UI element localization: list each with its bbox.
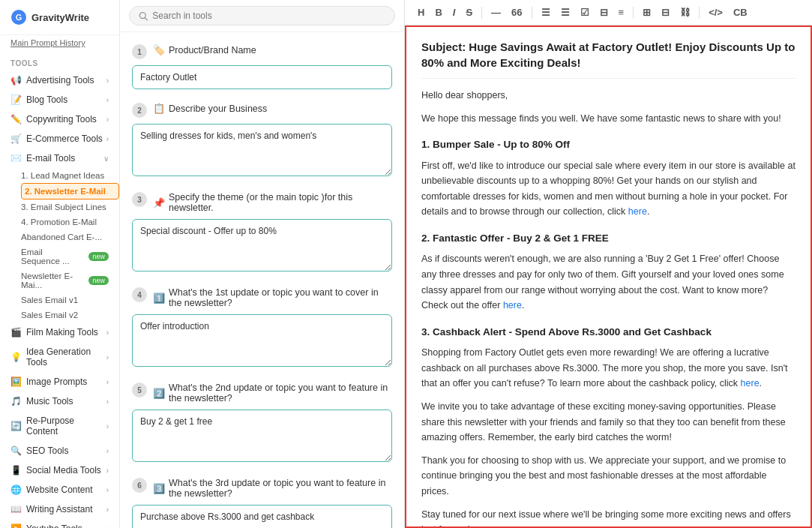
sidebar-item-writing[interactable]: 📖 Writing Assistant ›: [0, 500, 119, 519]
newsletter-mai-label: Newsletter E-Mai...: [21, 272, 82, 290]
chevron-icon: ›: [106, 447, 109, 455]
section1-link[interactable]: here: [628, 206, 647, 217]
cb-button[interactable]: CB: [730, 4, 751, 20]
newsletter-theme-input[interactable]: [132, 219, 392, 272]
writing-icon: 📖: [10, 504, 22, 514]
sidebar-item-repurpose[interactable]: 🔄 Re-Purpose Content ›: [0, 411, 119, 441]
email-body: Subject: Huge Savings Await at Factory O…: [421, 39, 796, 528]
describe-business-input[interactable]: [132, 124, 392, 176]
first-update-input[interactable]: [132, 314, 392, 367]
step6-label: What's the 3rd update or topic you want …: [169, 478, 392, 499]
blog-icon: 📝: [10, 94, 22, 105]
website-icon: 🌐: [10, 484, 22, 495]
svg-line-3: [145, 17, 147, 20]
sidebar-item-blog[interactable]: 📝 Blog Tools ›: [0, 90, 119, 110]
section3-link[interactable]: here: [741, 378, 760, 388]
sidebar-item-website[interactable]: 🌐 Website Content ›: [0, 480, 119, 500]
sidebar-item-image-prompts[interactable]: 🖼️ Image Prompts ›: [0, 372, 119, 392]
email-sequence-label: Email Sequence ...: [21, 248, 82, 266]
chevron-icon: ›: [106, 525, 109, 529]
sidebar-item-advertising[interactable]: 📢 Advertising Tools ›: [0, 70, 119, 90]
output-panel: H B I S — 66 ☰ ☰ ☑ ⊟ ≡ ⊞ ⊟ ⛓ </> CB Subj…: [405, 0, 812, 528]
form-toolbar: [120, 0, 404, 32]
sidebar-item-email-subject[interactable]: 3. Email Subject Lines: [21, 200, 119, 214]
step5-icon: 2️⃣: [153, 388, 165, 399]
email-submenu: 1. Lead Magnet Ideas 2. Newsletter E-Mai…: [0, 168, 119, 322]
sidebar-item-newsletter[interactable]: 2. Newsletter E-Mail: [21, 183, 119, 200]
tools-section-label: TOOLS: [0, 53, 119, 70]
sidebar: G GravityWrite Main Prompt History TOOLS…: [0, 0, 120, 528]
checklist-button[interactable]: ☑: [577, 4, 593, 20]
bold-button[interactable]: B: [431, 4, 445, 20]
chevron-icon: ›: [106, 353, 109, 362]
chevron-down-icon: ›: [106, 96, 109, 104]
lead-magnet-label: 1. Lead Magnet Ideas: [21, 171, 104, 180]
idea-label: Idea Generation Tools: [26, 346, 106, 368]
sidebar-item-newsletter-mai[interactable]: Newsletter E-Mai... new: [21, 268, 119, 292]
sidebar-item-social-media[interactable]: 📱 Social Media Tools ›: [0, 460, 119, 480]
link-button[interactable]: ⛓: [676, 4, 694, 20]
seo-icon: 🔍: [10, 446, 22, 456]
sidebar-item-sales-email[interactable]: Sales Email v1: [21, 292, 119, 308]
divider-button[interactable]: —: [487, 4, 505, 20]
output-content: Subject: Huge Savings Await at Factory O…: [405, 26, 812, 528]
search-input[interactable]: [152, 10, 385, 21]
separator: [633, 7, 634, 19]
ordered-list-button[interactable]: ☰: [557, 4, 574, 20]
chevron-icon: ›: [106, 486, 109, 494]
output-toolbar: H B I S — 66 ☰ ☰ ☑ ⊟ ≡ ⊞ ⊟ ⛓ </> CB: [405, 0, 812, 26]
separator: [699, 7, 700, 19]
section2-link[interactable]: here: [503, 300, 522, 310]
sidebar-item-idea-gen[interactable]: 💡 Idea Generation Tools ›: [0, 342, 119, 372]
strikethrough-button[interactable]: S: [462, 4, 476, 20]
sidebar-item-sales-email-v2[interactable]: Sales Email v2: [21, 308, 119, 322]
heading-button[interactable]: H: [414, 4, 428, 20]
step3-label: Specify the theme (or the main topic )fo…: [169, 192, 392, 213]
product-brand-name-input[interactable]: [132, 65, 392, 89]
email-subject: Subject: Huge Savings Await at Factory O…: [421, 39, 796, 79]
form-step-6: 6 3️⃣ What's the 3rd update or topic you…: [132, 478, 392, 528]
email-greeting: Hello dear shoppers,: [421, 88, 796, 104]
step5-label: What's the 2nd update or topic you want …: [169, 382, 392, 404]
sidebar-item-abandoned-cart[interactable]: Abandoned Cart E-...: [21, 230, 119, 244]
sidebar-item-promotion[interactable]: 4. Promotion E-Mail: [21, 214, 119, 230]
code-button[interactable]: </>: [705, 4, 727, 20]
sidebar-item-copywriting[interactable]: ✏️ Copywriting Tools ›: [0, 110, 119, 129]
idea-icon: 💡: [10, 352, 22, 362]
second-update-input[interactable]: [132, 410, 392, 462]
indent-button[interactable]: ⊟: [596, 4, 612, 20]
sidebar-item-ecommerce[interactable]: 🛒 E-Commerce Tools ›: [0, 129, 119, 148]
outdent-button[interactable]: ≡: [615, 4, 628, 20]
main-prompt-history-link[interactable]: Main Prompt History: [0, 35, 119, 53]
section1-heading: 1. Bumper Sale - Up to 80% Off: [421, 136, 796, 153]
step2-label: Describe your Business: [169, 104, 267, 114]
advertising-label: Advertising Tools: [26, 75, 94, 86]
table-button[interactable]: ⊞: [639, 4, 655, 20]
step-number-2: 2: [132, 103, 147, 118]
italic-button[interactable]: I: [449, 4, 460, 20]
sidebar-item-email-sequence[interactable]: Email Sequence ... new: [21, 244, 119, 268]
sidebar-item-youtube[interactable]: ▶️ Youtube Tools ›: [0, 519, 119, 528]
image-button[interactable]: ⊟: [658, 4, 673, 20]
quote-button[interactable]: 66: [508, 4, 526, 20]
email-intro: We hope this message finds you well. We …: [421, 111, 796, 127]
sidebar-item-seo[interactable]: 🔍 SEO Tools ›: [0, 441, 119, 460]
email-label: E-mail Tools: [26, 153, 75, 164]
chevron-icon: ›: [106, 378, 109, 386]
youtube-label: Youtube Tools: [26, 524, 82, 528]
website-label: Website Content: [26, 484, 93, 495]
sales-email-v2-label: Sales Email v2: [21, 310, 78, 320]
bullet-list-button[interactable]: ☰: [538, 4, 554, 20]
sidebar-item-film-making[interactable]: 🎬 Film Making Tools ›: [0, 322, 119, 342]
sidebar-item-email[interactable]: ✉️ E-mail Tools ∨: [0, 148, 119, 168]
step-number-5: 5: [132, 382, 147, 398]
third-update-input[interactable]: [132, 505, 392, 528]
sidebar-item-music[interactable]: 🎵 Music Tools ›: [0, 392, 119, 411]
search-box[interactable]: [129, 6, 395, 26]
logo: G GravityWrite: [0, 0, 119, 35]
step-number-1: 1: [132, 44, 147, 59]
film-label: Film Making Tools: [26, 327, 98, 338]
section3-heading: 3. Cashback Alert - Spend Above Rs.3000 …: [421, 324, 796, 340]
music-icon: 🎵: [10, 396, 22, 406]
sidebar-item-lead-magnet[interactable]: 1. Lead Magnet Ideas: [21, 168, 119, 183]
